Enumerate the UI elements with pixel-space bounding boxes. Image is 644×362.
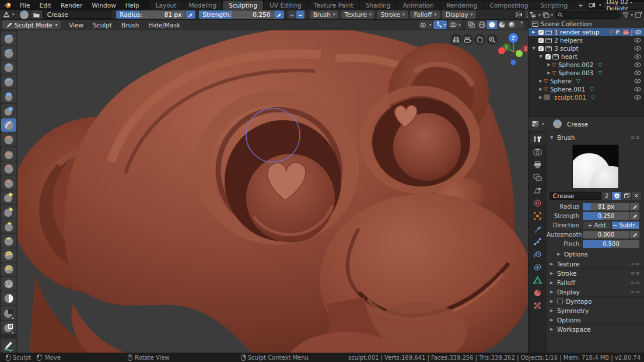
- strength-slider[interactable]: 0.250: [583, 212, 629, 220]
- new-collection-icon[interactable]: [635, 12, 642, 18]
- pan-view-icon[interactable]: [474, 34, 485, 45]
- brush-name-field[interactable]: Crease: [43, 10, 112, 19]
- tool-nudge[interactable]: [1, 263, 16, 277]
- outliner-row-sphere-002[interactable]: ▶ ▽ Sphere.002 ▽: [528, 61, 644, 69]
- panel-symmetry[interactable]: ▶Symmetry: [547, 305, 644, 315]
- expand-icon[interactable]: ▶: [546, 62, 552, 67]
- tab-particles[interactable]: [530, 236, 545, 247]
- eye-icon[interactable]: [634, 71, 641, 75]
- radius-pressure-icon[interactable]: [186, 10, 195, 19]
- eye-icon[interactable]: [634, 54, 641, 59]
- tool-box-hide[interactable]: [1, 321, 16, 335]
- outliner-display-mode-icon[interactable]: ▾: [542, 12, 554, 18]
- outliner-row-sphere-001[interactable]: ▶ ▽ Sphere.001 ▽: [528, 85, 644, 93]
- shading-solid-icon[interactable]: [487, 20, 497, 29]
- tab-animation[interactable]: Animation: [397, 1, 440, 10]
- collection-checkbox[interactable]: ✓: [538, 38, 544, 43]
- menu-render[interactable]: Render: [56, 2, 87, 9]
- gizmo-y-neg[interactable]: [516, 50, 523, 57]
- panel-stroke[interactable]: ▶Stroke≡≡: [547, 268, 644, 277]
- autosmooth-slider[interactable]: 0.000: [583, 231, 629, 238]
- outliner-row-sphere[interactable]: ▶ ▽ Sphere ▽: [528, 77, 644, 85]
- tab-constraints[interactable]: [530, 262, 545, 273]
- expand-icon[interactable]: ▼: [531, 46, 537, 51]
- xray-toggle-icon[interactable]: [466, 20, 476, 29]
- gizmo-z-neg[interactable]: [511, 60, 516, 65]
- strength-pressure-icon[interactable]: [630, 212, 639, 220]
- navigation-gizmo[interactable]: Z Y X: [490, 30, 528, 75]
- filter-icon[interactable]: ▾: [622, 12, 633, 18]
- panel-grip-icon[interactable]: ≡≡: [631, 270, 640, 276]
- menu-window[interactable]: Window: [87, 2, 120, 9]
- tool-mask[interactable]: [1, 291, 16, 305]
- menu-hide-mask[interactable]: Hide/Mask: [144, 22, 185, 29]
- stroke-dropdown[interactable]: Stroke▾: [377, 10, 408, 19]
- expand-icon[interactable]: ▶: [546, 71, 552, 75]
- autosmooth-pressure-icon[interactable]: [630, 231, 639, 238]
- menu-view[interactable]: View: [64, 22, 88, 29]
- eye-icon[interactable]: [635, 30, 642, 34]
- tool-clay-strips[interactable]: [1, 61, 16, 75]
- strength-pressure-icon[interactable]: [274, 10, 284, 19]
- toggle-perspective-icon[interactable]: [450, 34, 461, 45]
- tool-pose[interactable]: [1, 248, 16, 262]
- active-brush-icon[interactable]: [19, 10, 29, 20]
- panel-grip-icon[interactable]: ≡≡: [631, 135, 640, 140]
- panel-dyntopo[interactable]: ▶Dyntopo: [547, 296, 644, 305]
- pinch-slider[interactable]: 0.500: [583, 240, 639, 248]
- radius-slider[interactable]: 81 px: [583, 203, 629, 210]
- viewport-canvas[interactable]: Z Y X: [18, 30, 528, 353]
- panel-display[interactable]: ▶Display≡≡: [547, 287, 644, 296]
- tool-elastic-deform[interactable]: [1, 205, 16, 219]
- tab-texture[interactable]: [530, 300, 545, 311]
- overlays-toggle-icon[interactable]: ▾: [448, 20, 462, 29]
- tab-layout[interactable]: Layout: [150, 1, 183, 10]
- menu-brush[interactable]: Brush: [117, 22, 144, 29]
- expand-icon[interactable]: ▶: [531, 30, 537, 34]
- brush-name-field[interactable]: Crease: [550, 192, 601, 200]
- scene-name-field[interactable]: Day 02 - Delight: [602, 1, 644, 9]
- eye-icon[interactable]: [634, 87, 641, 92]
- gizmos-toggle-icon[interactable]: ▾: [433, 20, 447, 29]
- tool-simplify[interactable]: [1, 277, 16, 291]
- expand-icon[interactable]: ▶: [538, 95, 544, 100]
- outliner-row-helpers[interactable]: ✓ 2 helpers: [528, 36, 644, 44]
- collection-checkbox[interactable]: ✓: [538, 30, 544, 35]
- tool-annotate[interactable]: [1, 339, 16, 353]
- tab-world[interactable]: [530, 198, 545, 209]
- outliner-editor-type-icon[interactable]: ▾: [530, 12, 541, 18]
- editor-type-icon[interactable]: ▾: [0, 11, 17, 18]
- panel-texture[interactable]: ▶Texture≡≡: [547, 259, 644, 268]
- tab-output[interactable]: [530, 159, 545, 170]
- tab-view-layer[interactable]: [530, 172, 545, 183]
- direction-subtract-button[interactable]: −: [296, 10, 304, 19]
- tool-draw[interactable]: [1, 31, 16, 45]
- tab-object-data[interactable]: [530, 275, 545, 286]
- direction-add-button[interactable]: +Add: [583, 222, 611, 229]
- falloff-dropdown[interactable]: Falloff▾: [410, 10, 440, 19]
- direction-add-button[interactable]: +: [288, 10, 296, 19]
- outliner-row-sculpt-collection[interactable]: ▼ ✓ 3 sculpt: [528, 44, 644, 52]
- tab-rendering[interactable]: Rendering: [440, 1, 484, 10]
- expand-icon[interactable]: ▶: [538, 79, 544, 83]
- fake-user-shield-icon[interactable]: [612, 192, 621, 200]
- tool-flatten[interactable]: [1, 147, 16, 161]
- brush-preview[interactable]: [572, 145, 619, 189]
- gizmo-x-neg[interactable]: [498, 47, 505, 54]
- expand-icon[interactable]: ▼: [538, 54, 544, 59]
- menu-help[interactable]: Help: [121, 2, 144, 9]
- outliner-search-input[interactable]: [565, 12, 606, 18]
- tab-sculpting[interactable]: Sculpting: [223, 1, 263, 10]
- tool-blob[interactable]: [1, 104, 16, 118]
- eye-icon[interactable]: [634, 95, 641, 100]
- tab-texture-paint[interactable]: Texture Paint: [308, 1, 359, 10]
- panel-grip-icon[interactable]: ≡≡: [631, 261, 640, 267]
- tab-modifiers[interactable]: [530, 223, 545, 234]
- texture-dropdown[interactable]: Texture▾: [341, 10, 374, 19]
- tool-pinch[interactable]: [1, 176, 16, 190]
- scene-collection-row[interactable]: Scene Collection: [528, 20, 644, 28]
- shading-rendered-icon[interactable]: [507, 20, 517, 29]
- outliner-row-heart[interactable]: ▼ ✓ heart: [528, 52, 644, 61]
- collection-checkbox[interactable]: ✓: [545, 54, 551, 59]
- menu-edit[interactable]: Edit: [35, 2, 56, 9]
